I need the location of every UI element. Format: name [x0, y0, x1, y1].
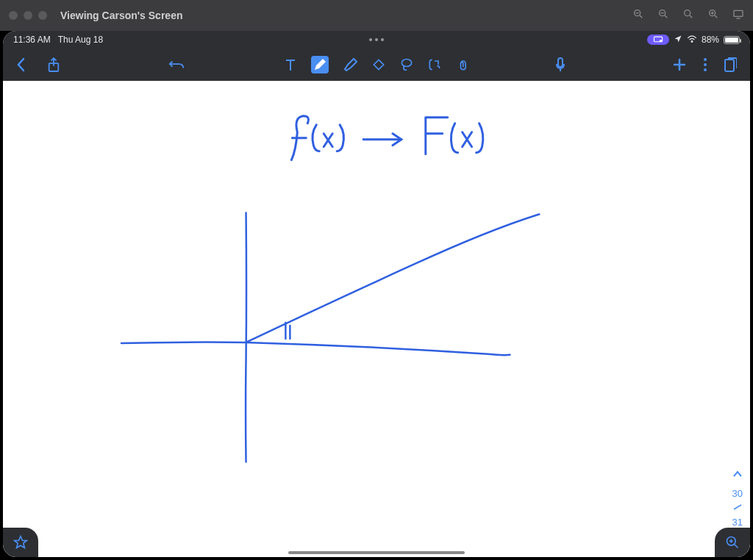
- page-up-icon[interactable]: [732, 467, 743, 482]
- svg-line-29: [734, 505, 741, 509]
- svg-rect-12: [734, 10, 743, 16]
- svg-point-18: [402, 60, 411, 67]
- zoom-in-button[interactable]: [715, 528, 750, 557]
- zoom-out-icon[interactable]: [632, 8, 644, 23]
- svg-point-23: [704, 63, 707, 66]
- zoom-in-icon[interactable]: [707, 8, 719, 23]
- zoom-window-button[interactable]: [38, 11, 47, 20]
- svg-point-24: [704, 68, 707, 71]
- mac-titlebar: Viewing Carson's Screen: [0, 0, 753, 31]
- handwritten-content: [3, 81, 750, 557]
- svg-point-15: [660, 40, 661, 42]
- more-button[interactable]: [703, 57, 707, 72]
- pages-button[interactable]: [724, 57, 737, 73]
- drawing-canvas[interactable]: 30 31: [3, 81, 750, 557]
- undo-button[interactable]: [168, 58, 185, 71]
- share-button[interactable]: [47, 57, 60, 73]
- mic-button[interactable]: [554, 57, 566, 73]
- favorite-button[interactable]: [3, 528, 38, 557]
- traffic-lights: [9, 11, 47, 20]
- close-window-button[interactable]: [9, 11, 18, 20]
- text-tool-button[interactable]: [283, 57, 298, 72]
- window-title: Viewing Carson's Screen: [60, 10, 182, 21]
- pen-tool-button[interactable]: [311, 56, 329, 73]
- svg-rect-19: [558, 58, 563, 67]
- shapes-tool-button[interactable]: [427, 57, 442, 72]
- titlebar-right-icons: [632, 8, 744, 23]
- svg-point-22: [704, 58, 707, 61]
- battery-icon: [724, 36, 740, 44]
- svg-line-5: [665, 15, 667, 18]
- highlighter-tool-button[interactable]: [342, 57, 358, 72]
- ipad-statusbar: 11:36 AM Thu Aug 18 88%: [3, 31, 750, 49]
- zoom-out-icon-2[interactable]: [657, 8, 669, 23]
- zoom-actual-icon[interactable]: [682, 8, 694, 23]
- ipad-screen: 11:36 AM Thu Aug 18 88%: [3, 31, 750, 557]
- svg-point-6: [685, 10, 690, 16]
- screen-mirroring-pill[interactable]: [647, 35, 669, 45]
- page-divider-icon: [732, 503, 743, 511]
- svg-point-16: [691, 40, 693, 42]
- svg-rect-25: [725, 60, 734, 71]
- display-icon[interactable]: [732, 8, 744, 23]
- tool-group: [283, 56, 470, 73]
- svg-line-11: [715, 15, 717, 18]
- svg-line-7: [690, 15, 692, 18]
- app-toolbar: [3, 49, 750, 81]
- svg-line-2: [640, 15, 642, 18]
- page-current: 30: [732, 487, 743, 501]
- battery-percent: 88%: [702, 35, 719, 45]
- svg-line-33: [735, 545, 738, 548]
- wifi-icon: [687, 35, 697, 46]
- location-icon: [674, 35, 682, 46]
- multitask-dots[interactable]: [369, 38, 384, 41]
- home-indicator[interactable]: [288, 551, 465, 554]
- statusbar-time: 11:36 AM: [13, 35, 51, 45]
- eraser-tool-button[interactable]: [371, 57, 386, 72]
- back-button[interactable]: [16, 57, 26, 72]
- attachment-tool-button[interactable]: [455, 57, 470, 72]
- add-button[interactable]: [672, 57, 687, 72]
- statusbar-date: Thu Aug 18: [58, 35, 103, 45]
- minimize-window-button[interactable]: [24, 11, 32, 20]
- lasso-tool-button[interactable]: [399, 57, 414, 72]
